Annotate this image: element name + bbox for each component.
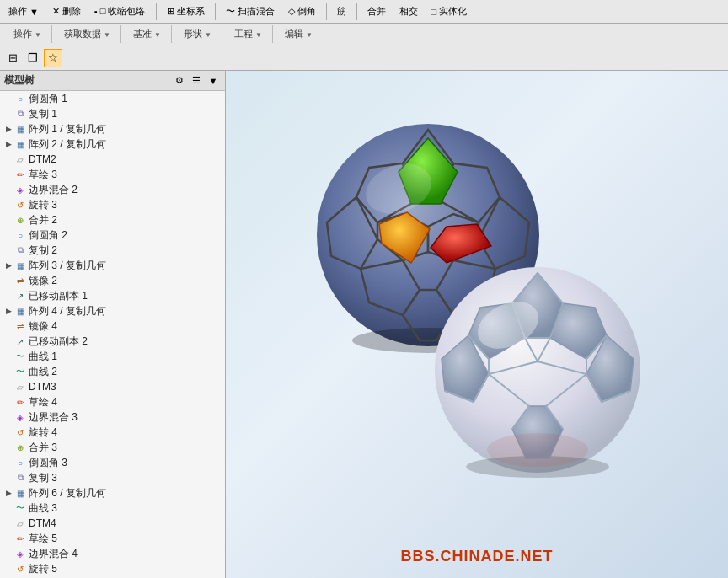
tree-arrow (3, 154, 13, 164)
chamfer-button[interactable]: ◇ 倒角 (283, 3, 321, 21)
tree-item-icon: ▱ (13, 153, 27, 165)
toolbar-row3: ⊞ ❐ ☆ (0, 45, 728, 71)
tb2-edit[interactable]: 编辑 ▼ (281, 26, 316, 42)
tree-item-icon: ↺ (13, 563, 27, 575)
tree-item-label: 合并 3 (29, 441, 57, 455)
tree-item[interactable]: ⧉复制 3 (0, 470, 225, 485)
tree-item[interactable]: ○倒圆角 2 (0, 227, 225, 243)
tree-item[interactable]: ▱DTM2 (0, 152, 225, 167)
tree-item-icon: ▱ (13, 517, 27, 529)
tb2-edit-group: 编辑 ▼ (275, 25, 323, 43)
tree-item[interactable]: ↺旋转 5 (0, 561, 225, 576)
tb2-datum[interactable]: 基准 ▼ (130, 26, 164, 42)
merge-label: 合并 (367, 5, 386, 18)
tree-item-label: 已移动副本 1 (29, 289, 88, 303)
tree-item[interactable]: ▱DTM4 (0, 516, 225, 531)
tree-item[interactable]: ◈边界混合 2 (0, 182, 225, 197)
tree-collapse-btn[interactable]: ▼ (206, 73, 221, 88)
coord-button[interactable]: ⊞ 坐标系 (162, 3, 210, 21)
copy-icon-btn[interactable]: ❐ (24, 49, 42, 67)
tree-item[interactable]: ◈边界混合 3 (0, 409, 225, 425)
model-tree-title: 模型树 (4, 73, 35, 88)
solidify-button[interactable]: □ 实体化 (426, 3, 473, 21)
tree-item[interactable]: ⇌镜像 4 (0, 318, 225, 334)
tree-arrow: ▶ (3, 124, 13, 134)
tree-item-label: 旋转 3 (29, 198, 57, 212)
tree-item-icon: ⊕ (13, 214, 27, 226)
tree-item[interactable]: ▱DTM3 (0, 379, 225, 394)
tree-item[interactable]: ▶▦阵列 2 / 复制几何 (0, 136, 225, 152)
tree-item[interactable]: ⧉复制 2 (0, 243, 225, 258)
tree-item-label: 曲线 3 (29, 501, 57, 516)
tree-container[interactable]: ○倒圆角 1⧉复制 1▶▦阵列 1 / 复制几何▶▦阵列 2 / 复制几何▱DT… (0, 91, 225, 578)
tree-item[interactable]: 〜曲线 2 (0, 364, 225, 379)
sep1 (156, 3, 157, 20)
tree-item[interactable]: 〜曲线 1 (0, 349, 225, 364)
tree-item-icon: ↗ (13, 290, 27, 302)
tree-item-icon: 〜 (13, 351, 27, 362)
tree-settings-btn[interactable]: ⚙ (172, 73, 187, 88)
tree-item[interactable]: ⊕合并 2 (0, 212, 225, 227)
tree-arrow (3, 382, 13, 392)
tree-arrow (3, 169, 13, 179)
merge-btn[interactable]: 合并 (362, 3, 391, 21)
tree-arrow (3, 427, 13, 437)
tb2-shape[interactable]: 形状 ▼ (180, 26, 215, 42)
tree-item[interactable]: ▶▦阵列 3 / 复制几何 (0, 258, 225, 273)
shrink-button[interactable]: ▪ □ 收缩包络 (89, 3, 151, 21)
tree-arrow (3, 185, 13, 195)
sweep-label: 扫描混合 (238, 5, 275, 18)
tree-arrow (3, 518, 13, 528)
tree-arrow (3, 473, 13, 483)
rib-button[interactable]: 筋 (332, 3, 351, 21)
rib-label: 筋 (337, 5, 346, 18)
tb2-engineer[interactable]: 工程 ▼ (231, 26, 265, 42)
tree-item[interactable]: ↺旋转 3 (0, 197, 225, 212)
tree-item[interactable]: ○倒圆角 3 (0, 455, 225, 470)
sweep-button[interactable]: 〜 扫描混合 (221, 3, 280, 21)
toolbar-row1: 操作 ▼ ✕ 删除 ▪ □ 收缩包络 ⊞ 坐标系 〜 扫描混合 ◇ 倒角 筋 合… (0, 0, 728, 24)
delete-button[interactable]: ✕ 删除 (47, 3, 86, 21)
tree-item[interactable]: ↺旋转 4 (0, 425, 225, 440)
tb2-ops[interactable]: 操作 ▼ (10, 26, 45, 42)
tree-item-icon: ◈ (13, 548, 27, 559)
active-icon-btn[interactable]: ☆ (44, 49, 62, 67)
tree-item-label: DTM3 (29, 381, 56, 393)
tb2-engineer-group: 工程 ▼ (224, 25, 273, 43)
tree-item[interactable]: ▶▦阵列 1 / 复制几何 (0, 121, 225, 136)
tree-item[interactable]: ◈边界混合 4 (0, 546, 225, 561)
tree-arrow (3, 367, 13, 377)
tree-arrow (3, 321, 13, 331)
tree-item[interactable]: ⧉复制 1 (0, 106, 225, 121)
tree-item[interactable]: ▶▦阵列 6 / 复制几何 (0, 485, 225, 500)
tree-arrow: ▶ (3, 139, 13, 149)
tree-item-label: 曲线 2 (29, 365, 57, 379)
tree-item[interactable]: ✏草绘 4 (0, 394, 225, 409)
tree-item-label: 阵列 3 / 复制几何 (29, 259, 106, 273)
tree-filter-btn[interactable]: ☰ (189, 73, 204, 88)
tree-item-icon: ⧉ (13, 472, 27, 484)
tree-item[interactable]: ↗已移动副本 2 (0, 334, 225, 349)
tree-item[interactable]: 〜曲线 3 (0, 500, 225, 516)
tree-item[interactable]: ✏草绘 5 (0, 531, 225, 546)
tree-item[interactable]: ▶▦阵列 4 / 复制几何 (0, 303, 225, 318)
tree-arrow: ▶ (3, 488, 13, 498)
header-icons: ⚙ ☰ ▼ (172, 73, 221, 88)
tree-item-icon: ⧉ (13, 108, 27, 120)
tree-arrow (3, 351, 13, 361)
tb2-getdata[interactable]: 获取数据 ▼ (61, 26, 114, 42)
tree-arrow (3, 549, 13, 559)
tree-item-label: 旋转 5 (29, 562, 57, 576)
layout-icon-btn[interactable]: ⊞ (3, 49, 22, 67)
tree-item-label: 阵列 1 / 复制几何 (29, 122, 106, 136)
tree-item-label: 复制 2 (29, 244, 57, 258)
tree-item[interactable]: ⇌镜像 2 (0, 273, 225, 288)
layout-icon: ⊞ (8, 51, 18, 64)
viewport[interactable]: BBS.CHINADE.NET (226, 71, 728, 578)
tree-item[interactable]: ○倒圆角 1 (0, 91, 225, 106)
tree-item[interactable]: ↗已移动副本 1 (0, 288, 225, 303)
tree-item[interactable]: ⊕合并 3 (0, 440, 225, 455)
tree-item[interactable]: ✏草绘 3 (0, 167, 225, 182)
intersect-button[interactable]: 相交 (394, 3, 423, 21)
ops-button[interactable]: 操作 ▼ (3, 3, 44, 21)
